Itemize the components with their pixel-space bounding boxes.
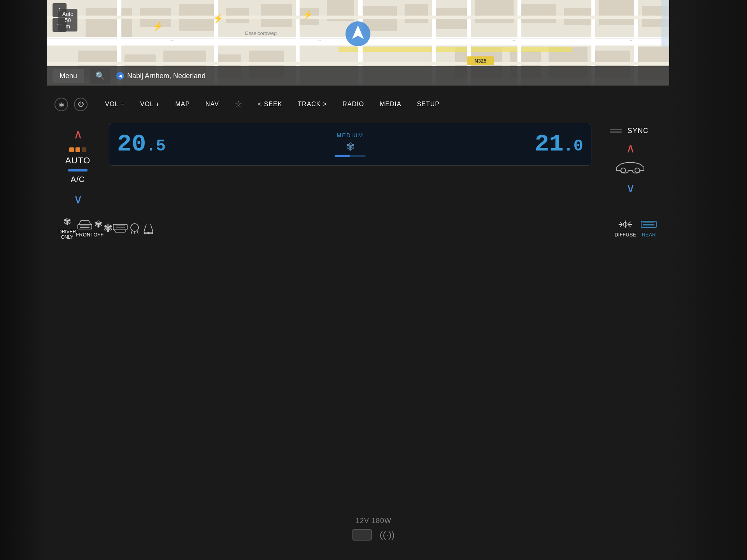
- svg-rect-52: [661, 0, 669, 47]
- svg-point-53: [621, 168, 626, 173]
- map-button[interactable]: MAP: [173, 99, 192, 110]
- map-location-display: ◀ Nabij Arnhem, Nederland: [116, 72, 205, 80]
- svg-text:→: →: [511, 37, 516, 43]
- indicator-dot-1: [69, 147, 74, 152]
- temp-up-left-button[interactable]: ∧: [74, 127, 82, 142]
- top-button-row: ◉ ⏻ VOL − VOL + MAP NAV ☆ < SEEK TRACK >…: [54, 93, 661, 115]
- map-scale-indicator: Auto 50 m: [58, 9, 77, 32]
- sync-row: SYNC: [610, 125, 651, 137]
- fan-medium-button[interactable]: ✾: [103, 222, 112, 234]
- airflow-feet-button[interactable]: [142, 223, 155, 234]
- map-menu-button[interactable]: Menu: [53, 69, 84, 83]
- svg-rect-55: [78, 224, 92, 229]
- svg-point-61: [131, 224, 139, 231]
- driver-only-label: DRIVERONLY: [58, 229, 76, 240]
- screen-power-button[interactable]: ◉: [54, 98, 68, 111]
- svg-point-62: [144, 232, 149, 234]
- setup-button[interactable]: SETUP: [415, 99, 442, 110]
- svg-rect-1: [86, 8, 132, 39]
- climate-display: 20.5 MEDIUM ✾ 21.0: [109, 123, 591, 166]
- rear-defrost-button[interactable]: [112, 223, 128, 234]
- center-unit: → → → → IJsselcordweg N325 ⚡ ⚡: [47, 0, 669, 560]
- svg-text:⚡: ⚡: [213, 13, 224, 24]
- svg-rect-28: [338, 47, 572, 52]
- svg-rect-11: [475, 0, 514, 23]
- svg-rect-9: [405, 4, 428, 23]
- driver-only-button[interactable]: ✾ DRIVERONLY: [58, 216, 76, 240]
- indicator-dot-2: [75, 147, 80, 152]
- fan-speed-fill: [335, 155, 350, 157]
- diffuse-button[interactable]: DIFFUSE: [614, 219, 636, 238]
- svg-text:N325: N325: [474, 58, 486, 64]
- bottom-ports-area: 12V 180W ((·)): [352, 517, 395, 541]
- svg-point-63: [148, 232, 153, 234]
- sync-bars: [610, 129, 622, 133]
- fan-off-icon: ✾: [95, 219, 102, 230]
- indicator-dots: [63, 147, 93, 152]
- svg-rect-39: [47, 62, 669, 65]
- svg-rect-12: [521, 4, 556, 23]
- seek-back-button[interactable]: < SEEK: [256, 99, 284, 110]
- vol-plus-button[interactable]: VOL +: [138, 99, 161, 110]
- fan-off-label: OFF: [93, 232, 103, 238]
- svg-rect-38: [47, 16, 669, 19]
- temp-up-right-button[interactable]: ∧: [626, 141, 635, 156]
- fan-off-button[interactable]: ✾ OFF: [93, 219, 103, 238]
- nav-screen: → → → → IJsselcordweg N325 ⚡ ⚡: [47, 0, 669, 86]
- car-silhouette-svg: [615, 159, 646, 175]
- front-defrost-label: FRONT: [76, 232, 93, 238]
- airflow-face-icon: [128, 223, 142, 234]
- climate-control-area: ∧ AUTO A/C ∨: [54, 123, 661, 206]
- temp-right-display: 21.0: [535, 132, 583, 156]
- favorites-button[interactable]: ☆: [233, 97, 244, 111]
- indicator-dot-3: [82, 147, 86, 152]
- temp-down-left-button[interactable]: ∨: [74, 192, 82, 206]
- navigation-icon: ◀: [116, 72, 124, 80]
- ac-indicator-bar: [68, 169, 88, 172]
- voltage-label: 12V 180W: [356, 517, 391, 525]
- auto-button[interactable]: AUTO: [63, 154, 93, 168]
- svg-point-54: [635, 168, 640, 173]
- rear-button[interactable]: REAR: [640, 219, 658, 238]
- media-button[interactable]: MEDIA: [378, 99, 403, 110]
- fan-speed-label: MEDIUM: [337, 132, 364, 138]
- ports-row: ((·)): [352, 529, 395, 541]
- temp-down-right-button[interactable]: ∨: [626, 180, 635, 195]
- airflow-feet-icon: [142, 223, 155, 234]
- left-climate-controls: ∧ AUTO A/C ∨: [54, 123, 101, 206]
- front-defrost-button[interactable]: FRONT: [76, 219, 93, 238]
- svg-rect-14: [599, 0, 634, 25]
- sync-button[interactable]: SYNC: [626, 125, 651, 137]
- ac-button[interactable]: A/C: [69, 173, 87, 186]
- power-button[interactable]: ⏻: [74, 98, 88, 111]
- track-forward-button[interactable]: TRACK >: [296, 99, 329, 110]
- fan-icon: ✾: [346, 140, 355, 153]
- svg-text:⚡: ⚡: [302, 9, 313, 20]
- map-overlay-bar: Menu 🔍 ◀ Nabij Arnhem, Nederland: [47, 66, 669, 86]
- usb-port[interactable]: [352, 529, 372, 541]
- map-search-button[interactable]: 🔍: [90, 68, 110, 84]
- rear-defrost-icon: [112, 223, 128, 234]
- map-zoom-controls: + Auto 50 m −: [53, 3, 67, 32]
- nav-button[interactable]: NAV: [203, 99, 221, 110]
- sync-bar-1: [610, 129, 622, 130]
- svg-text:⚡: ⚡: [153, 21, 163, 32]
- car-icon-display: [615, 159, 646, 177]
- bottom-button-row: ✾ DRIVERONLY FRONT ✾ OFF: [54, 216, 661, 240]
- left-panel: [0, 0, 47, 560]
- svg-text:→: →: [316, 37, 322, 43]
- rear-icon: [640, 219, 658, 230]
- fan-speed-bar: [335, 155, 366, 157]
- front-defrost-icon: [77, 219, 93, 230]
- vol-minus-button[interactable]: VOL −: [103, 99, 126, 110]
- airflow-face-button[interactable]: [128, 223, 142, 234]
- fan-medium-icon: ✾: [103, 222, 112, 234]
- svg-text:IJsselcordweg: IJsselcordweg: [245, 30, 277, 36]
- rear-label: REAR: [642, 232, 656, 238]
- power-buttons-group: ◉ ⏻: [54, 98, 88, 111]
- temp-left-display: 20.5: [117, 132, 166, 156]
- radio-button[interactable]: RADIO: [340, 99, 366, 110]
- svg-rect-58: [113, 224, 127, 230]
- svg-text:→: →: [628, 37, 633, 43]
- auto-ac-group: AUTO A/C: [63, 147, 93, 186]
